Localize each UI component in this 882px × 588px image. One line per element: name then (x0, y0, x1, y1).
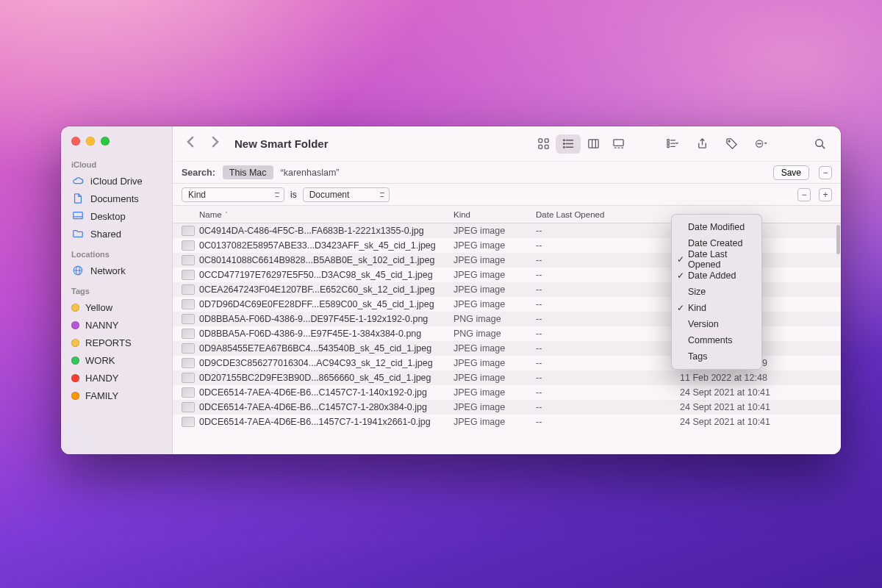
remove-scope-button[interactable]: − (819, 166, 832, 179)
file-kind: JPEG image (453, 299, 536, 309)
column-picker-item[interactable]: Date Modified (672, 219, 761, 235)
back-button[interactable] (183, 134, 199, 154)
column-picker-item[interactable]: Version (672, 316, 761, 332)
close-window-button[interactable] (71, 137, 80, 146)
column-picker-item[interactable]: Size (672, 284, 761, 300)
file-thumbnail-icon (182, 284, 195, 295)
column-view-button[interactable] (581, 135, 606, 154)
column-picker-item[interactable]: Date Added (672, 268, 761, 284)
tag-color-dot (71, 356, 79, 365)
sidebar-item[interactable]: Desktop (61, 207, 172, 225)
file-row[interactable]: 0DCE6514-7AEA-4D6E-B6...1457C7-1-1941x26… (173, 415, 841, 429)
column-header-name[interactable]: Name ˄ (199, 210, 453, 219)
sidebar-item[interactable]: NANNY (61, 316, 172, 334)
svg-point-28 (728, 140, 730, 142)
remove-criteria-button[interactable]: − (797, 188, 811, 201)
sidebar-item[interactable]: Yellow (61, 298, 172, 316)
svg-point-33 (815, 140, 822, 146)
criteria-row: Kind is Document − + (173, 184, 841, 206)
file-name: 0D9A85455E7EA67B6BC4...543540B_sk_45_cid… (199, 343, 453, 354)
file-date-added: 11 Feb 2022 at 12:48 (680, 373, 841, 383)
column-header-kind[interactable]: Kind (453, 210, 536, 219)
search-scope-bar: Search: This Mac “karenhaslam” Save − (173, 162, 841, 184)
sidebar-item[interactable]: Shared (61, 225, 172, 243)
forward-button[interactable] (207, 134, 223, 154)
search-label: Search: (182, 168, 215, 178)
svg-rect-6 (545, 139, 548, 143)
file-name: 0D7D96D4C69E0FE28DFF...E589C00_sk_45_cid… (199, 299, 453, 309)
share-button[interactable] (691, 135, 713, 154)
tag-color-dot (71, 321, 79, 329)
traffic-lights (61, 134, 172, 153)
more-actions-button[interactable] (750, 135, 772, 154)
file-name: 0C4914DA-C486-4F5C-B...FA683B-1-2221x135… (199, 226, 453, 236)
file-thumbnail-icon (182, 255, 195, 265)
scope-user-folder[interactable]: “karenhaslam” (281, 168, 340, 178)
sidebar-item-label: iCloud Drive (90, 176, 143, 187)
cloud-icon (71, 175, 85, 187)
file-kind: JPEG image (453, 240, 536, 251)
search-button[interactable] (808, 135, 831, 154)
desk-icon (71, 210, 85, 222)
file-row[interactable]: 0DCE6514-7AEA-4D6E-B6...C1457C7-1-140x19… (173, 385, 841, 400)
file-thumbnail-icon (182, 358, 195, 368)
sidebar-item-label: WORK (85, 355, 115, 366)
svg-point-12 (563, 140, 564, 141)
zoom-window-button[interactable] (101, 137, 110, 146)
column-picker-item[interactable]: Date Last Opened (672, 251, 761, 268)
sidebar-item[interactable]: Network (61, 262, 172, 279)
criteria-attribute-select[interactable]: Kind (182, 187, 284, 202)
minimize-window-button[interactable] (86, 137, 95, 146)
gallery-view-button[interactable] (606, 135, 631, 154)
save-search-button[interactable]: Save (773, 165, 809, 180)
sidebar-item[interactable]: iCloud Drive (61, 172, 172, 190)
column-picker-item[interactable]: Kind (672, 300, 761, 316)
file-date-added: 24 Sept 2021 at 10:41 (680, 417, 841, 427)
file-name: 0C0137082E58957ABE33...D3423AFF_sk_45_ci… (199, 240, 453, 251)
tags-button[interactable] (720, 135, 742, 154)
icon-view-button[interactable] (531, 135, 556, 154)
file-kind: JPEG image (453, 343, 536, 354)
file-kind: JPEG image (453, 255, 536, 265)
file-thumbnail-icon (182, 329, 195, 339)
sidebar-item[interactable]: WORK (61, 351, 172, 369)
file-kind: JPEG image (453, 226, 536, 236)
sidebar-item[interactable]: HANDY (61, 369, 172, 387)
desktop-wallpaper: iCloudiCloud DriveDocumentsDesktopShared… (0, 0, 882, 588)
svg-rect-18 (613, 140, 623, 146)
criteria-value-select[interactable]: Document (303, 187, 390, 202)
file-date-added: 24 Sept 2021 at 10:41 (680, 387, 841, 398)
column-picker-menu: Date ModifiedDate CreatedDate Last Opene… (671, 214, 762, 370)
list-view-button[interactable] (556, 135, 581, 154)
column-picker-item[interactable]: Tags (672, 348, 761, 365)
file-date-last-opened: -- (536, 387, 680, 398)
file-thumbnail-icon (182, 314, 195, 324)
file-row[interactable]: 0D207155BC2D9FE3B90D...8656660_sk_45_cid… (173, 370, 841, 385)
sidebar-item[interactable]: FAMILY (61, 387, 172, 404)
svg-line-34 (822, 146, 825, 148)
sidebar-item[interactable]: REPORTS (61, 334, 172, 351)
doc-icon (71, 193, 85, 204)
svg-point-14 (563, 146, 564, 148)
toolbar: New Smart Folder (173, 126, 841, 162)
column-picker-item[interactable]: Comments (672, 332, 761, 348)
file-name: 0D9CDE3C856277016304...AC94C93_sk_12_cid… (199, 358, 453, 368)
scrollbar-thumb[interactable] (836, 225, 840, 254)
file-date-last-opened: -- (536, 402, 680, 412)
svg-rect-7 (538, 145, 542, 148)
svg-rect-5 (538, 139, 542, 143)
file-row[interactable]: 0DCE6514-7AEA-4D6E-B6...C1457C7-1-280x38… (173, 400, 841, 415)
group-by-button[interactable] (662, 135, 684, 154)
file-name: 0DCE6514-7AEA-4D6E-B6...C1457C7-1-280x38… (199, 402, 453, 412)
sidebar-item-label: Yellow (85, 302, 112, 313)
sidebar-item[interactable]: Documents (61, 190, 172, 207)
add-criteria-button[interactable]: + (819, 188, 832, 201)
file-date-last-opened: -- (536, 358, 680, 368)
tag-color-dot (71, 374, 79, 382)
scope-this-mac[interactable]: This Mac (223, 165, 273, 179)
file-kind: JPEG image (453, 402, 536, 412)
sidebar-item-label: Shared (90, 229, 121, 240)
file-thumbnail-icon (182, 402, 195, 412)
column-header-date-last-opened[interactable]: Date Last Opened (536, 210, 680, 219)
file-name: 0D8BBA5A-F06D-4386-9...DE97F45E-1-192x19… (199, 314, 453, 324)
